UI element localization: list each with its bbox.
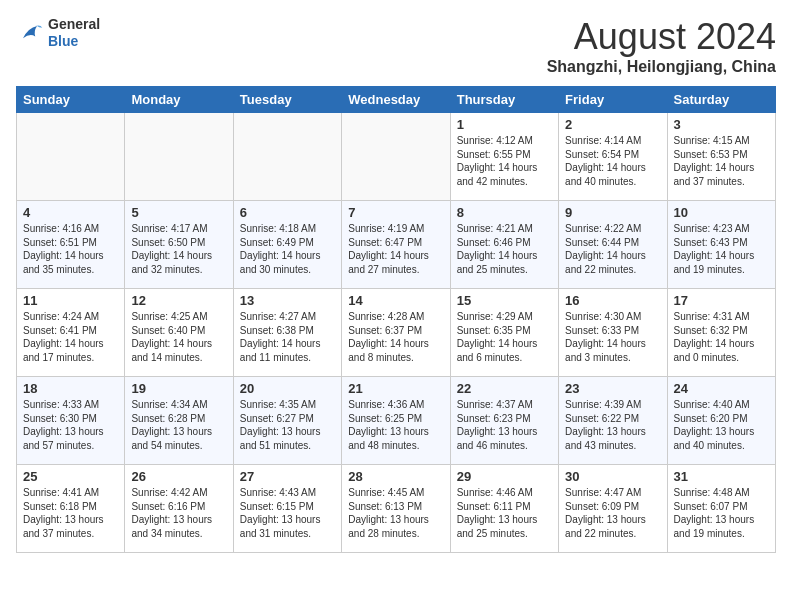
week-row-2: 4Sunrise: 4:16 AM Sunset: 6:51 PM Daylig… xyxy=(17,201,776,289)
calendar-cell: 20Sunrise: 4:35 AM Sunset: 6:27 PM Dayli… xyxy=(233,377,341,465)
day-number: 29 xyxy=(457,469,552,484)
week-row-4: 18Sunrise: 4:33 AM Sunset: 6:30 PM Dayli… xyxy=(17,377,776,465)
calendar-cell: 18Sunrise: 4:33 AM Sunset: 6:30 PM Dayli… xyxy=(17,377,125,465)
day-info: Sunrise: 4:48 AM Sunset: 6:07 PM Dayligh… xyxy=(674,486,769,540)
calendar-cell: 25Sunrise: 4:41 AM Sunset: 6:18 PM Dayli… xyxy=(17,465,125,553)
logo-text: General Blue xyxy=(48,16,100,50)
calendar-cell: 31Sunrise: 4:48 AM Sunset: 6:07 PM Dayli… xyxy=(667,465,775,553)
calendar-cell: 22Sunrise: 4:37 AM Sunset: 6:23 PM Dayli… xyxy=(450,377,558,465)
day-info: Sunrise: 4:18 AM Sunset: 6:49 PM Dayligh… xyxy=(240,222,335,276)
calendar-cell: 13Sunrise: 4:27 AM Sunset: 6:38 PM Dayli… xyxy=(233,289,341,377)
weekday-header-saturday: Saturday xyxy=(667,87,775,113)
calendar-cell: 9Sunrise: 4:22 AM Sunset: 6:44 PM Daylig… xyxy=(559,201,667,289)
day-number: 16 xyxy=(565,293,660,308)
calendar-cell: 10Sunrise: 4:23 AM Sunset: 6:43 PM Dayli… xyxy=(667,201,775,289)
day-info: Sunrise: 4:27 AM Sunset: 6:38 PM Dayligh… xyxy=(240,310,335,364)
day-info: Sunrise: 4:34 AM Sunset: 6:28 PM Dayligh… xyxy=(131,398,226,452)
calendar-cell: 4Sunrise: 4:16 AM Sunset: 6:51 PM Daylig… xyxy=(17,201,125,289)
day-number: 22 xyxy=(457,381,552,396)
day-info: Sunrise: 4:15 AM Sunset: 6:53 PM Dayligh… xyxy=(674,134,769,188)
day-number: 15 xyxy=(457,293,552,308)
day-number: 12 xyxy=(131,293,226,308)
calendar-cell: 24Sunrise: 4:40 AM Sunset: 6:20 PM Dayli… xyxy=(667,377,775,465)
calendar-cell: 7Sunrise: 4:19 AM Sunset: 6:47 PM Daylig… xyxy=(342,201,450,289)
day-info: Sunrise: 4:37 AM Sunset: 6:23 PM Dayligh… xyxy=(457,398,552,452)
day-info: Sunrise: 4:31 AM Sunset: 6:32 PM Dayligh… xyxy=(674,310,769,364)
calendar-cell: 15Sunrise: 4:29 AM Sunset: 6:35 PM Dayli… xyxy=(450,289,558,377)
day-info: Sunrise: 4:39 AM Sunset: 6:22 PM Dayligh… xyxy=(565,398,660,452)
day-info: Sunrise: 4:19 AM Sunset: 6:47 PM Dayligh… xyxy=(348,222,443,276)
day-info: Sunrise: 4:47 AM Sunset: 6:09 PM Dayligh… xyxy=(565,486,660,540)
day-info: Sunrise: 4:28 AM Sunset: 6:37 PM Dayligh… xyxy=(348,310,443,364)
day-number: 27 xyxy=(240,469,335,484)
day-number: 28 xyxy=(348,469,443,484)
day-number: 23 xyxy=(565,381,660,396)
calendar-cell: 16Sunrise: 4:30 AM Sunset: 6:33 PM Dayli… xyxy=(559,289,667,377)
calendar-cell: 23Sunrise: 4:39 AM Sunset: 6:22 PM Dayli… xyxy=(559,377,667,465)
day-info: Sunrise: 4:29 AM Sunset: 6:35 PM Dayligh… xyxy=(457,310,552,364)
calendar-cell: 28Sunrise: 4:45 AM Sunset: 6:13 PM Dayli… xyxy=(342,465,450,553)
calendar-cell: 30Sunrise: 4:47 AM Sunset: 6:09 PM Dayli… xyxy=(559,465,667,553)
location-title: Shangzhi, Heilongjiang, China xyxy=(547,58,776,76)
calendar-cell: 19Sunrise: 4:34 AM Sunset: 6:28 PM Dayli… xyxy=(125,377,233,465)
day-info: Sunrise: 4:35 AM Sunset: 6:27 PM Dayligh… xyxy=(240,398,335,452)
weekday-header-thursday: Thursday xyxy=(450,87,558,113)
day-number: 19 xyxy=(131,381,226,396)
week-row-5: 25Sunrise: 4:41 AM Sunset: 6:18 PM Dayli… xyxy=(17,465,776,553)
day-number: 17 xyxy=(674,293,769,308)
day-info: Sunrise: 4:30 AM Sunset: 6:33 PM Dayligh… xyxy=(565,310,660,364)
weekday-header-tuesday: Tuesday xyxy=(233,87,341,113)
day-info: Sunrise: 4:21 AM Sunset: 6:46 PM Dayligh… xyxy=(457,222,552,276)
weekday-header-row: SundayMondayTuesdayWednesdayThursdayFrid… xyxy=(17,87,776,113)
title-area: August 2024 Shangzhi, Heilongjiang, Chin… xyxy=(547,16,776,76)
weekday-header-friday: Friday xyxy=(559,87,667,113)
day-info: Sunrise: 4:46 AM Sunset: 6:11 PM Dayligh… xyxy=(457,486,552,540)
day-number: 31 xyxy=(674,469,769,484)
calendar-cell: 1Sunrise: 4:12 AM Sunset: 6:55 PM Daylig… xyxy=(450,113,558,201)
calendar-table: SundayMondayTuesdayWednesdayThursdayFrid… xyxy=(16,86,776,553)
calendar-cell: 8Sunrise: 4:21 AM Sunset: 6:46 PM Daylig… xyxy=(450,201,558,289)
day-number: 6 xyxy=(240,205,335,220)
day-number: 14 xyxy=(348,293,443,308)
day-number: 18 xyxy=(23,381,118,396)
day-number: 8 xyxy=(457,205,552,220)
calendar-cell: 2Sunrise: 4:14 AM Sunset: 6:54 PM Daylig… xyxy=(559,113,667,201)
weekday-header-wednesday: Wednesday xyxy=(342,87,450,113)
week-row-1: 1Sunrise: 4:12 AM Sunset: 6:55 PM Daylig… xyxy=(17,113,776,201)
day-info: Sunrise: 4:25 AM Sunset: 6:40 PM Dayligh… xyxy=(131,310,226,364)
calendar-cell xyxy=(233,113,341,201)
calendar-cell: 26Sunrise: 4:42 AM Sunset: 6:16 PM Dayli… xyxy=(125,465,233,553)
day-number: 7 xyxy=(348,205,443,220)
day-number: 1 xyxy=(457,117,552,132)
day-info: Sunrise: 4:45 AM Sunset: 6:13 PM Dayligh… xyxy=(348,486,443,540)
day-info: Sunrise: 4:40 AM Sunset: 6:20 PM Dayligh… xyxy=(674,398,769,452)
day-number: 2 xyxy=(565,117,660,132)
calendar-cell xyxy=(125,113,233,201)
day-info: Sunrise: 4:42 AM Sunset: 6:16 PM Dayligh… xyxy=(131,486,226,540)
day-info: Sunrise: 4:36 AM Sunset: 6:25 PM Dayligh… xyxy=(348,398,443,452)
day-number: 21 xyxy=(348,381,443,396)
day-info: Sunrise: 4:22 AM Sunset: 6:44 PM Dayligh… xyxy=(565,222,660,276)
week-row-3: 11Sunrise: 4:24 AM Sunset: 6:41 PM Dayli… xyxy=(17,289,776,377)
day-info: Sunrise: 4:12 AM Sunset: 6:55 PM Dayligh… xyxy=(457,134,552,188)
calendar-cell: 11Sunrise: 4:24 AM Sunset: 6:41 PM Dayli… xyxy=(17,289,125,377)
calendar-cell: 5Sunrise: 4:17 AM Sunset: 6:50 PM Daylig… xyxy=(125,201,233,289)
day-info: Sunrise: 4:43 AM Sunset: 6:15 PM Dayligh… xyxy=(240,486,335,540)
page-header: General Blue August 2024 Shangzhi, Heilo… xyxy=(16,16,776,76)
calendar-cell xyxy=(17,113,125,201)
day-number: 3 xyxy=(674,117,769,132)
day-info: Sunrise: 4:23 AM Sunset: 6:43 PM Dayligh… xyxy=(674,222,769,276)
day-info: Sunrise: 4:16 AM Sunset: 6:51 PM Dayligh… xyxy=(23,222,118,276)
day-number: 24 xyxy=(674,381,769,396)
calendar-cell: 29Sunrise: 4:46 AM Sunset: 6:11 PM Dayli… xyxy=(450,465,558,553)
day-number: 25 xyxy=(23,469,118,484)
day-number: 26 xyxy=(131,469,226,484)
day-number: 9 xyxy=(565,205,660,220)
logo-bird-icon xyxy=(16,19,44,47)
logo: General Blue xyxy=(16,16,100,50)
day-number: 30 xyxy=(565,469,660,484)
weekday-header-sunday: Sunday xyxy=(17,87,125,113)
calendar-cell: 3Sunrise: 4:15 AM Sunset: 6:53 PM Daylig… xyxy=(667,113,775,201)
day-number: 13 xyxy=(240,293,335,308)
calendar-cell: 21Sunrise: 4:36 AM Sunset: 6:25 PM Dayli… xyxy=(342,377,450,465)
